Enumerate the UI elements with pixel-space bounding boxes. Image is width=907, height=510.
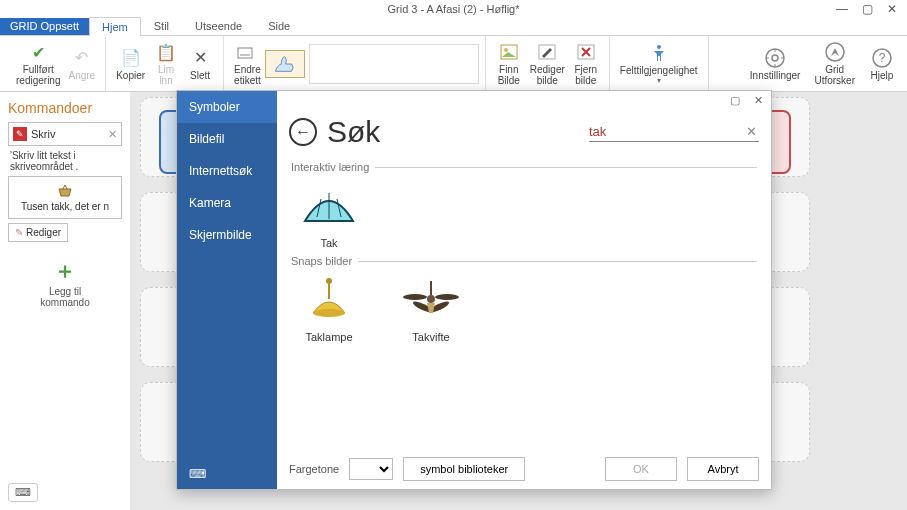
tab-style[interactable]: Stil — [141, 16, 182, 35]
category-label: Interaktiv læring — [291, 161, 369, 173]
category-label: Snaps bilder — [291, 255, 352, 267]
chevron-down-icon: ▾ — [657, 76, 661, 85]
label-input[interactable] — [309, 44, 479, 84]
settings-button[interactable]: Innstillinger — [746, 45, 805, 83]
svg-point-19 — [326, 278, 332, 284]
accessibility-button[interactable]: Felttilgjengelighet ▾ — [616, 40, 702, 87]
hue-label: Fargetone — [289, 463, 339, 475]
ribbon-tabs: GRID Oppsett Hjem Stil Utseende Side — [0, 18, 907, 36]
check-icon: ✔ — [27, 41, 49, 63]
result-item[interactable]: Taklampe — [291, 277, 367, 343]
hue-select[interactable] — [349, 458, 393, 480]
svg-point-2 — [504, 48, 508, 52]
dialog-keyboard-button[interactable]: ⌨ — [177, 459, 277, 489]
cancel-button[interactable]: Avbryt — [687, 457, 759, 481]
paste-button[interactable]: 📋 Lim inn — [149, 39, 183, 88]
file-tab[interactable]: GRID Oppsett — [0, 17, 89, 35]
dialog-tab-camera[interactable]: Kamera — [177, 187, 277, 219]
svg-point-20 — [313, 309, 345, 317]
minimize-icon[interactable]: — — [836, 2, 848, 16]
onscreen-keyboard-button[interactable]: ⌨ — [8, 483, 38, 502]
dialog-close-icon[interactable]: ✕ — [754, 94, 763, 107]
dialog-sidebar: Symboler Bildefil Internettsøk Kamera Sk… — [177, 91, 277, 489]
undo-icon: ↶ — [71, 47, 93, 69]
edit-label-button[interactable]: Endre etikett — [230, 39, 265, 88]
thumbsup-icon — [274, 53, 296, 75]
keyboard-icon: ⌨ — [15, 486, 31, 498]
help-icon: ? — [871, 47, 893, 69]
svg-text:?: ? — [879, 51, 886, 65]
back-button[interactable]: ← — [289, 118, 317, 146]
remove-image-button[interactable]: Fjern bilde — [569, 39, 603, 88]
add-command-label: Legg til kommando — [8, 286, 122, 308]
remove-command-icon[interactable]: ✕ — [108, 128, 117, 141]
label-icon — [236, 41, 258, 63]
sample-text: Tusen takk, det er n — [21, 201, 109, 212]
arrow-left-icon: ← — [295, 123, 311, 141]
tab-page[interactable]: Side — [255, 16, 303, 35]
close-icon[interactable]: ✕ — [887, 2, 897, 16]
result-thumb-lamp — [297, 277, 361, 325]
add-command-button[interactable]: ＋ Legg til kommando — [8, 256, 122, 308]
dialog-maximize-icon[interactable]: ▢ — [730, 94, 740, 107]
result-item[interactable]: Tak — [291, 183, 367, 249]
undo-button[interactable]: ↶ Angre — [64, 45, 99, 83]
result-label: Takvifte — [393, 331, 469, 343]
paste-icon: 📋 — [155, 41, 177, 63]
grid-explorer-button[interactable]: Grid Utforsker — [810, 39, 859, 88]
tab-home[interactable]: Hjem — [89, 17, 141, 36]
svg-point-7 — [772, 55, 778, 61]
help-button[interactable]: ? Hjelp — [865, 45, 899, 83]
svg-point-24 — [435, 294, 459, 300]
plus-icon: ＋ — [8, 256, 122, 286]
symbol-libraries-button[interactable]: symbol biblioteker — [403, 457, 525, 481]
delete-icon: ✕ — [189, 47, 211, 69]
result-thumb-roof — [297, 183, 361, 231]
dialog-body: ▢ ✕ ← Søk ✕ Interaktiv læring — [277, 91, 771, 489]
find-image-button[interactable]: Finn Bilde — [492, 39, 526, 88]
window-title: Grid 3 - A Afasi (2) - Høflig* — [0, 3, 907, 15]
search-input[interactable] — [589, 122, 744, 141]
sample-text-box[interactable]: Tusen takk, det er n — [8, 176, 122, 219]
image-search-dialog: Symboler Bildefil Internettsøk Kamera Sk… — [176, 90, 772, 490]
delete-button[interactable]: ✕ Slett — [183, 45, 217, 83]
command-label: Skriv — [31, 128, 55, 140]
compass-icon — [824, 41, 846, 63]
copy-button[interactable]: 📄 Kopier — [112, 45, 149, 83]
result-label: Tak — [291, 237, 367, 249]
svg-point-5 — [657, 45, 661, 49]
accessibility-icon — [648, 42, 670, 64]
clear-search-icon[interactable]: ✕ — [744, 124, 759, 139]
search-input-wrap: ✕ — [589, 122, 759, 142]
edit-label: Rediger — [26, 227, 61, 238]
gear-icon — [764, 47, 786, 69]
pencil-small-icon: ✎ — [15, 227, 23, 238]
dialog-footer: Fargetone symbol biblioteker OK Avbryt — [277, 449, 771, 489]
dialog-tab-imagefile[interactable]: Bildefil — [177, 123, 277, 155]
copy-icon: 📄 — [120, 47, 142, 69]
commands-heading: Kommandoer — [8, 100, 122, 116]
title-bar: Grid 3 - A Afasi (2) - Høflig* — ▢ ✕ — [0, 0, 907, 18]
results-area: Interaktiv læring Tak Snaps bilder — [277, 151, 771, 449]
edit-image-button[interactable]: Rediger bilde — [526, 39, 569, 88]
tab-look[interactable]: Utseende — [182, 16, 255, 35]
maximize-icon[interactable]: ▢ — [862, 2, 873, 16]
remove-image-icon — [575, 41, 597, 63]
dialog-tab-symbols[interactable]: Symboler — [177, 91, 277, 123]
svg-point-22 — [427, 295, 435, 303]
thumbsup-button[interactable] — [265, 50, 305, 78]
result-label: Taklampe — [291, 331, 367, 343]
result-item[interactable]: Takvifte — [393, 277, 469, 343]
divider — [358, 261, 757, 262]
command-write[interactable]: ✎ Skriv ✕ — [8, 122, 122, 146]
finish-edit-button[interactable]: ✔ Fullført redigering — [12, 39, 64, 88]
ok-button[interactable]: OK — [605, 457, 677, 481]
find-image-icon — [498, 41, 520, 63]
svg-rect-0 — [238, 48, 252, 58]
dialog-tab-websearch[interactable]: Internettsøk — [177, 155, 277, 187]
dialog-title: Søk — [327, 115, 579, 149]
result-thumb-fan — [399, 277, 463, 325]
commands-panel: Kommandoer ✎ Skriv ✕ 'Skriv litt tekst i… — [0, 92, 130, 510]
edit-command-button[interactable]: ✎ Rediger — [8, 223, 68, 242]
dialog-tab-screenshot[interactable]: Skjermbilde — [177, 219, 277, 251]
